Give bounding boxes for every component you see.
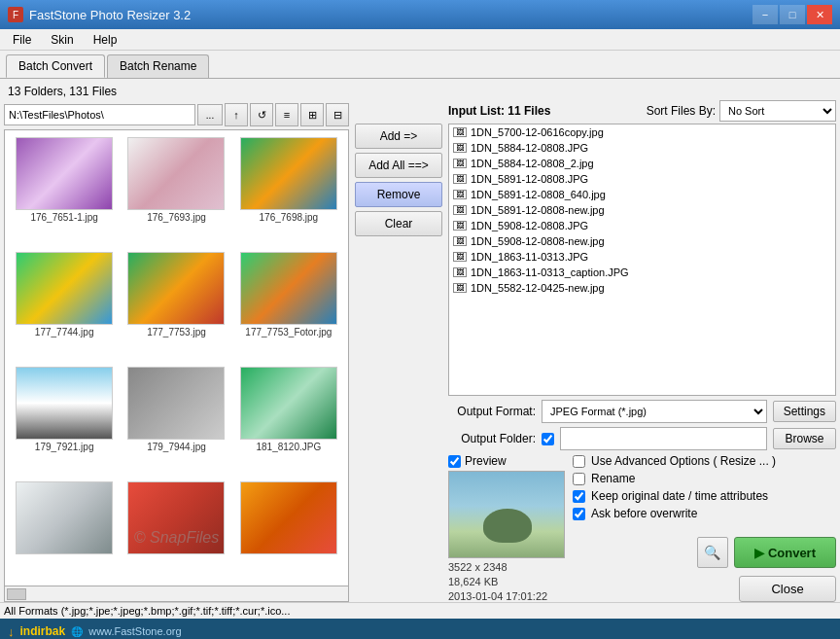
file-name: 1DN_1863-11-0313_caption.JPG (471, 266, 629, 278)
browse-folder-button[interactable]: ... (197, 104, 223, 125)
list-item[interactable]: 177_7744.jpg (9, 249, 120, 363)
file-icon (453, 267, 467, 277)
thumbnail-image (127, 252, 225, 325)
close-button[interactable]: Close (739, 576, 836, 602)
remove-button[interactable]: Remove (355, 182, 442, 207)
output-folder-input[interactable] (560, 427, 767, 450)
list-item[interactable]: 1DN_5908-12-0808-new.jpg (449, 233, 835, 249)
window-close-button[interactable]: ✕ (807, 5, 832, 24)
thumb-label: 176_7698.jpg (260, 212, 319, 223)
list-item[interactable]: 176_7698.jpg (233, 134, 344, 248)
keep-date-checkbox[interactable] (573, 490, 585, 503)
list-item[interactable]: 181_8120.JPG (233, 364, 344, 478)
input-file-list[interactable]: 1DN_5700-12-0616copy.jpg 1DN_5884-12-080… (448, 124, 836, 396)
list-item[interactable] (121, 479, 231, 582)
preview-date: 2013-01-04 17:01:22 (448, 590, 565, 602)
list-item[interactable]: 177_7753_Fotor.jpg (233, 249, 344, 363)
clear-button[interactable]: Clear (355, 211, 442, 236)
preview-options: Use Advanced Options ( Resize ... ) Rena… (573, 454, 836, 602)
minimize-button[interactable]: − (752, 5, 778, 24)
list-item[interactable]: 176_7693.jpg (121, 134, 231, 248)
output-folder-checkbox[interactable] (542, 433, 554, 445)
thumbnail-image (16, 481, 113, 554)
browse-output-button[interactable]: Browse (773, 428, 836, 449)
rename-checkbox[interactable] (573, 473, 585, 485)
view-large-button[interactable]: ⊞ (300, 103, 324, 126)
refresh-button[interactable]: ↺ (250, 103, 273, 126)
menu-skin[interactable]: Skin (42, 30, 82, 50)
list-item[interactable]: 177_7753.jpg (121, 249, 231, 363)
thumbnail-image (127, 367, 225, 440)
preview-size: 18,624 KB (448, 576, 565, 587)
list-item[interactable]: 1DN_5891-12-0808-new.jpg (449, 202, 835, 218)
add-button[interactable]: Add => (355, 124, 442, 149)
convert-label: Convert (768, 546, 816, 560)
list-item[interactable]: 1DN_5700-12-0616copy.jpg (449, 124, 835, 140)
sort-row: Sort Files By: No Sort Name Date Size (647, 100, 836, 122)
rename-label: Rename (591, 472, 635, 485)
output-format-select[interactable]: JPEG Format (*.jpg) PNG Format (*.png) B… (542, 400, 767, 423)
list-item[interactable]: 1DN_1863-11-0313_caption.JPG (449, 265, 835, 280)
list-item[interactable]: 179_7944.jpg (121, 364, 231, 478)
logo-text: indirbak (20, 624, 66, 638)
nav-up-button[interactable]: ↑ (225, 103, 248, 126)
file-filter-label: All Formats (*.jpg;*.jpe;*.jpeg;*.bmp;*.… (4, 605, 290, 617)
list-item[interactable]: 1DN_5582-12-0425-new.jpg (449, 280, 835, 296)
scroll-thumb[interactable] (7, 588, 26, 600)
convert-button[interactable]: ▶ Convert (734, 537, 836, 568)
tab-batch-convert[interactable]: Batch Convert (6, 54, 105, 78)
add-all-button[interactable]: Add All ==> (355, 153, 442, 178)
preview-checkbox[interactable] (448, 455, 461, 468)
preview-zoom-button[interactable]: 🔍 (697, 537, 728, 568)
horizontal-scrollbar[interactable] (4, 586, 349, 602)
preview-checkbox-row: Preview (448, 454, 565, 468)
left-panel: ... ↑ ↺ ≡ ⊞ ⊟ 176_7651-1.jpg 176_7693.jp… (4, 100, 349, 602)
preview-label: Preview (465, 454, 507, 468)
preview-section: Preview 3522 x 2348 18,624 KB 2013-01-04… (448, 454, 836, 602)
thumbnail-area: 176_7651-1.jpg 176_7693.jpg 176_7698.jpg… (4, 129, 349, 586)
list-item[interactable] (233, 479, 344, 582)
input-list-label: Input List: 11 Files (448, 104, 550, 118)
logo-url: 🌐 (71, 626, 83, 637)
status-bar: All Formats (*.jpg;*.jpe;*.jpeg;*.bmp;*.… (0, 602, 840, 619)
thumbnail-image (127, 137, 225, 210)
file-name: 1DN_5891-12-0808-new.jpg (471, 204, 605, 216)
view-details-button[interactable]: ≡ (275, 103, 298, 126)
list-item[interactable] (9, 479, 120, 582)
output-format-label: Output Format: (448, 405, 536, 418)
list-item[interactable]: 176_7651-1.jpg (9, 134, 120, 248)
preview-image-box (448, 471, 565, 558)
thumb-label: 177_7744.jpg (35, 327, 94, 337)
input-list-header: Input List: 11 Files Sort Files By: No S… (448, 100, 836, 122)
settings-button[interactable]: Settings (773, 401, 836, 422)
thumb-label: 179_7944.jpg (147, 442, 206, 452)
list-item[interactable]: 1DN_5891-12-0808.JPG (449, 171, 835, 187)
main-area: 13 Folders, 131 Files ... ↑ ↺ ≡ ⊞ ⊟ 176_… (0, 79, 840, 602)
logo-brand: ↓ (8, 624, 15, 639)
content-wrapper: ... ↑ ↺ ≡ ⊞ ⊟ 176_7651-1.jpg 176_7693.jp… (4, 100, 836, 602)
preview-left: Preview 3522 x 2348 18,624 KB 2013-01-04… (448, 454, 565, 602)
list-item[interactable]: 179_7921.jpg (9, 364, 120, 478)
thumb-label: 181_8120.JPG (256, 442, 321, 452)
title-bar-left: F FastStone Photo Resizer 3.2 (8, 7, 191, 22)
list-item[interactable]: 1DN_5908-12-0808.JPG (449, 218, 835, 233)
list-item[interactable]: 1DN_1863-11-0313.JPG (449, 249, 835, 265)
list-item[interactable]: 1DN_5891-12-0808_640.jpg (449, 187, 835, 202)
tab-batch-rename[interactable]: Batch Rename (107, 54, 209, 78)
app-icon: F (8, 7, 23, 22)
middle-buttons-panel: Add => Add All ==> Remove Clear (355, 100, 442, 602)
thumbnail-image (127, 481, 225, 554)
ask-overwrite-checkbox[interactable] (573, 508, 585, 520)
list-item[interactable]: 1DN_5884-12-0808_2.jpg (449, 156, 835, 171)
advanced-options-checkbox[interactable] (573, 455, 585, 468)
duck-silhouette (483, 509, 532, 543)
menu-file[interactable]: File (4, 30, 40, 50)
menu-help[interactable]: Help (85, 30, 126, 50)
folder-path-input[interactable] (4, 104, 195, 125)
advanced-options-label: Use Advanced Options ( Resize ... ) (591, 454, 776, 468)
thumb-label: 176_7693.jpg (147, 212, 206, 223)
list-item[interactable]: 1DN_5884-12-0808.JPG (449, 140, 835, 156)
restore-button[interactable]: □ (780, 5, 805, 24)
sort-select[interactable]: No Sort Name Date Size (719, 100, 836, 122)
view-small-button[interactable]: ⊟ (326, 103, 349, 126)
